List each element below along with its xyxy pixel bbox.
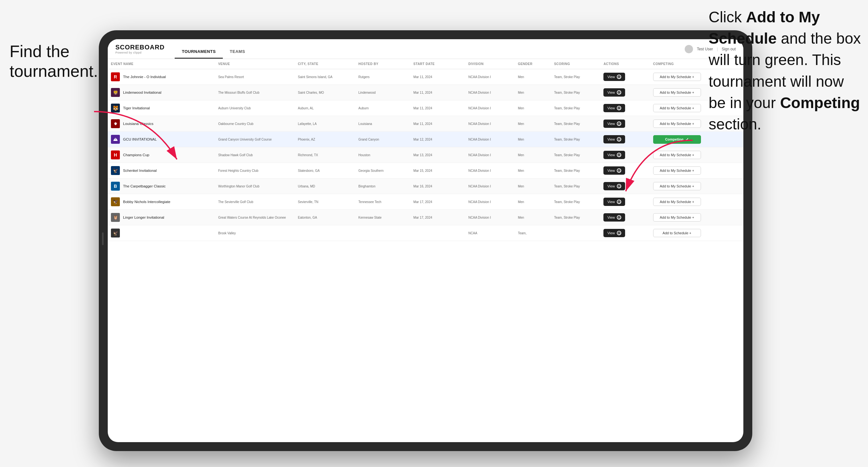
view-button[interactable]: View ⊙: [603, 88, 625, 97]
view-button[interactable]: View ⊙: [603, 73, 625, 81]
event-name: Schenkel Invitational: [123, 168, 156, 173]
add-schedule-button[interactable]: Add to My Schedule +: [653, 88, 701, 97]
division-cell: NCAA Division I: [465, 85, 515, 100]
city-state-cell: Richmond, TX: [295, 147, 355, 163]
competing-label: Competing: [665, 137, 683, 141]
event-name-cell: 🦅: [108, 225, 215, 241]
team-logo: 🦁: [111, 88, 120, 97]
actions-cell: View ⊙: [600, 179, 650, 194]
table-row: ⛰ GCU INVITATIONAL Grand Canyon Universi…: [108, 132, 743, 147]
division-cell: NCAA Division I: [465, 194, 515, 210]
competing-button[interactable]: Competing ✓: [653, 135, 701, 144]
col-venue: VENUE: [215, 59, 294, 69]
city-state-cell: Phoenix, AZ: [295, 132, 355, 147]
add-schedule-button[interactable]: Add to My Schedule +: [653, 166, 701, 175]
start-date-cell: Mar 15, 2024: [410, 163, 465, 179]
gender-cell: Team,: [515, 225, 551, 241]
gender-cell: Men: [515, 147, 551, 163]
tournaments-table: EVENT NAME VENUE CITY, STATE HOSTED BY S…: [108, 59, 743, 241]
actions-cell: View ⊙: [600, 69, 650, 85]
venue-cell: Auburn University Club: [215, 100, 294, 116]
scoring-cell: Team, Stroke Play: [551, 116, 600, 132]
table-row: R The Johnnie - O Individual Sea Palms R…: [108, 69, 743, 85]
add-schedule-button[interactable]: Add to My Schedule +: [653, 198, 701, 206]
venue-cell: Brook Valley: [215, 225, 294, 241]
event-name: Lindenwood Invitational: [123, 91, 161, 94]
view-button[interactable]: View ⊙: [603, 151, 625, 159]
division-cell: NCAA Division I: [465, 116, 515, 132]
view-button[interactable]: View ⊙: [603, 104, 625, 112]
competing-cell: Add to Schedule +: [650, 225, 743, 241]
event-name-cell: ⛰ GCU INVITATIONAL: [108, 132, 215, 147]
add-schedule-button[interactable]: Add to My Schedule +: [653, 120, 701, 128]
actions-cell: View ⊙: [600, 210, 650, 225]
gender-cell: Men: [515, 210, 551, 225]
table-row: B The Carpetbagger Classic Worthington M…: [108, 179, 743, 194]
tab-tournaments[interactable]: TOURNAMENTS: [175, 45, 222, 59]
annotation-right-text: Click Add to My Schedule and the box wil…: [709, 9, 861, 133]
view-icon: ⊙: [617, 215, 621, 220]
start-date-cell: Mar 17, 2024: [410, 194, 465, 210]
event-name-cell: 🦁 Lindenwood Invitational: [108, 85, 215, 100]
logo-text: SCOREBOARD: [115, 44, 164, 51]
table-row: 🦅 Schenkel Invitational Forest Heights C…: [108, 163, 743, 179]
view-icon: ⊙: [617, 184, 621, 188]
gender-cell: Men: [515, 132, 551, 147]
start-date-cell: Mar 11, 2024: [410, 69, 465, 85]
actions-cell: View ⊙: [600, 163, 650, 179]
competing-cell: Add to My Schedule +: [650, 163, 743, 179]
col-start-date: START DATE: [410, 59, 465, 69]
event-name: Louisiana Classics: [123, 122, 153, 126]
competing-cell: Add to My Schedule +: [650, 147, 743, 163]
city-state-cell: Auburn, AL: [295, 100, 355, 116]
team-logo: ⛰: [111, 135, 120, 144]
view-button[interactable]: View ⊙: [603, 198, 625, 206]
competing-cell: Add to My Schedule +: [650, 210, 743, 225]
venue-cell: Shadow Hawk Golf Club: [215, 147, 294, 163]
venue-cell: The Sevierville Golf Club: [215, 194, 294, 210]
start-date-cell: Mar 12, 2024: [410, 132, 465, 147]
event-name-cell: 🦉 Linger Longer Invitational: [108, 210, 215, 225]
competing-cell: Add to My Schedule +: [650, 179, 743, 194]
hosted-by-cell: Grand Canyon: [355, 132, 410, 147]
add-schedule-button[interactable]: Add to My Schedule +: [653, 151, 701, 159]
gender-cell: Men: [515, 163, 551, 179]
table-container[interactable]: EVENT NAME VENUE CITY, STATE HOSTED BY S…: [108, 59, 743, 442]
add-schedule-button[interactable]: Add to My Schedule +: [653, 182, 701, 190]
event-name: The Carpetbagger Classic: [123, 184, 166, 188]
event-name-cell: ⚜ Louisiana Classics: [108, 116, 215, 132]
scoring-cell: Team, Stroke Play: [551, 100, 600, 116]
app-header: SCOREBOARD Powered by clippd TOURNAMENTS…: [108, 39, 743, 59]
city-state-cell: Lafayette, LA: [295, 116, 355, 132]
scoring-cell: Team, Stroke Play: [551, 210, 600, 225]
view-button[interactable]: View ⊙: [603, 182, 625, 190]
gender-cell: Men: [515, 194, 551, 210]
view-button[interactable]: View ⊙: [603, 213, 625, 222]
col-actions: ACTIONS: [600, 59, 650, 69]
team-logo: 🦅: [111, 197, 120, 206]
actions-cell: View ⊙: [600, 194, 650, 210]
add-schedule-button[interactable]: Add to My Schedule +: [653, 104, 701, 112]
scoring-cell: Team, Stroke Play: [551, 132, 600, 147]
view-icon: ⊙: [617, 74, 621, 79]
gender-cell: Men: [515, 100, 551, 116]
view-button[interactable]: View ⊙: [603, 166, 625, 175]
team-logo: H: [111, 151, 120, 159]
add-schedule-button[interactable]: Add to My Schedule +: [653, 213, 701, 222]
logo-sub: Powered by clippd: [115, 51, 164, 54]
division-cell: NCAA Division I: [465, 210, 515, 225]
view-button[interactable]: View ⊙: [603, 120, 625, 128]
view-button[interactable]: View ⊙: [603, 229, 625, 237]
table-row: 🦅 Bobby Nichols Intercollegiate The Sevi…: [108, 194, 743, 210]
event-name: The Johnnie - O Individual: [123, 75, 166, 79]
view-button[interactable]: View ⊙: [603, 135, 625, 144]
city-state-cell: Urbana, MD: [295, 179, 355, 194]
add-schedule-button[interactable]: Add to Schedule +: [653, 229, 701, 237]
actions-cell: View ⊙: [600, 85, 650, 100]
user-avatar: [685, 45, 693, 53]
event-name-cell: H Champions Cup: [108, 147, 215, 163]
add-schedule-button[interactable]: Add to My Schedule +: [653, 73, 701, 81]
tab-teams[interactable]: TEAMS: [223, 45, 252, 59]
table-row: H Champions Cup Shadow Hawk Golf ClubRic…: [108, 147, 743, 163]
event-name: Tiger Invitational: [123, 106, 150, 110]
